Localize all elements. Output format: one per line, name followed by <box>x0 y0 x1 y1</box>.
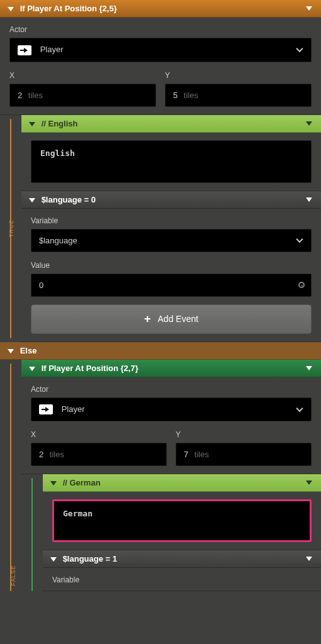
actor-value: Player <box>40 45 64 54</box>
actor-value: Player <box>62 404 85 414</box>
false-rail: FALSE <box>0 360 21 592</box>
x-value: 2 <box>18 91 22 100</box>
chevron-down-icon <box>296 45 303 52</box>
y-unit: tiles <box>184 91 198 100</box>
y-input[interactable]: 5 tiles <box>165 84 312 107</box>
comment-title: // German <box>63 478 101 487</box>
menu-icon[interactable] <box>306 197 312 202</box>
false-label: FALSE <box>10 565 16 586</box>
comment-text-german[interactable]: German <box>52 499 312 542</box>
collapse-icon <box>29 122 35 126</box>
x-unit: tiles <box>50 450 64 459</box>
collapse-icon <box>29 198 35 203</box>
true-rail: TRUE <box>0 115 21 342</box>
variable-label: Variable <box>52 575 312 584</box>
setvar-header-0[interactable]: $language = 0 <box>21 191 321 209</box>
x-value: 2 <box>39 450 43 459</box>
y-value: 5 <box>173 91 177 100</box>
actor-select[interactable]: Player <box>9 38 312 62</box>
x-unit: tiles <box>28 91 43 100</box>
y-value: 7 <box>184 450 188 459</box>
plus-icon: + <box>144 313 151 325</box>
variable-select[interactable]: $language <box>31 229 312 252</box>
variable-label: Variable <box>31 216 312 225</box>
if-header-title: If Player At Position {2,7} <box>42 364 138 373</box>
x-input[interactable]: 2 tiles <box>31 443 167 466</box>
comment-title: // English <box>42 119 78 128</box>
value-label: Value <box>31 261 312 270</box>
true-label: TRUE <box>8 219 14 238</box>
chevron-down-icon <box>296 405 303 412</box>
comment-header-english[interactable]: // English <box>21 115 321 133</box>
if-header-inner[interactable]: If Player At Position {2,7} <box>21 360 321 377</box>
x-label: X <box>31 430 167 439</box>
collapse-icon <box>29 367 35 371</box>
comment-text-english[interactable]: English <box>31 140 312 183</box>
menu-icon[interactable] <box>306 480 312 485</box>
collapse-icon <box>50 557 57 562</box>
menu-icon[interactable] <box>306 366 312 370</box>
setvar-title: $language = 0 <box>42 195 96 204</box>
if-header-title: If Player At Position {2,5} <box>20 4 117 13</box>
y-unit: tiles <box>194 450 209 459</box>
else-header[interactable]: Else <box>0 342 321 360</box>
if-header-outer[interactable]: If Player At Position {2,5} <box>0 0 321 18</box>
actor-label: Actor <box>31 385 312 394</box>
setvar-header-1[interactable]: $language = 1 <box>43 550 321 568</box>
chevron-down-icon <box>296 236 303 243</box>
player-icon <box>39 404 53 414</box>
inner-true-rail <box>21 474 43 591</box>
collapse-icon <box>8 7 14 11</box>
y-label: Y <box>165 71 312 80</box>
y-label: Y <box>176 430 312 439</box>
else-title: Else <box>20 346 37 355</box>
value-type-icon[interactable] <box>298 282 305 288</box>
menu-icon[interactable] <box>306 557 312 561</box>
menu-icon[interactable] <box>306 121 312 126</box>
x-input[interactable]: 2 tiles <box>9 84 156 107</box>
menu-icon[interactable] <box>306 6 312 11</box>
collapse-icon <box>8 349 14 353</box>
actor-select[interactable]: Player <box>31 397 312 422</box>
actor-label: Actor <box>9 25 312 34</box>
value-input[interactable]: 0 <box>31 274 312 297</box>
add-event-button[interactable]: + Add Event <box>31 304 312 334</box>
comment-header-german[interactable]: // German <box>43 474 321 492</box>
setvar-title: $language = 1 <box>63 554 117 564</box>
add-event-label: Add Event <box>158 314 199 324</box>
player-icon <box>18 45 31 55</box>
y-input[interactable]: 7 tiles <box>176 443 312 466</box>
variable-value: $language <box>39 236 77 245</box>
x-label: X <box>9 71 156 80</box>
value-value: 0 <box>39 280 43 290</box>
collapse-icon <box>50 481 57 486</box>
